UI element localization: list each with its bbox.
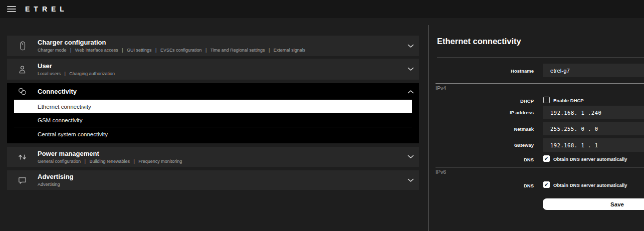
divider	[437, 58, 644, 58]
section-subtitle: Local users | Charging authorization	[38, 71, 404, 76]
divider	[436, 83, 644, 84]
top-bar: ETREL	[0, 0, 644, 18]
ipv6-section-label: IPv6	[436, 169, 446, 175]
ipv4-dns-label: DNS	[437, 157, 534, 162]
ipv4-obtain-dns-checkbox[interactable]	[543, 155, 550, 162]
chevron-down-icon[interactable]	[404, 44, 417, 48]
hamburger-bar	[7, 11, 16, 12]
section-subtitle: General configuration | Building renewab…	[38, 159, 404, 164]
divider	[436, 167, 644, 167]
section-title: Advertising	[38, 173, 404, 180]
link-icon	[7, 87, 38, 96]
speech-bubble-icon	[7, 176, 38, 185]
ipv6-obtain-dns-checkbox-label: Obtain DNS server automatically	[553, 182, 627, 188]
hostname-input[interactable]: etrel-g7	[543, 64, 644, 77]
chevron-down-icon[interactable]	[404, 155, 417, 159]
ipv6-obtain-dns-checkbox[interactable]	[543, 181, 550, 188]
netmask-label: Netmask	[437, 126, 534, 132]
settings-sidebar: Charger configuration Charger mode | Web…	[7, 36, 419, 190]
save-button[interactable]: Save	[543, 198, 644, 210]
section-title: Power management	[38, 150, 404, 157]
hostname-label: Hostname	[437, 68, 534, 74]
sidebar-section-connectivity: Connectivity Ethernet connectivity GSM c…	[7, 83, 419, 143]
chevron-down-icon[interactable]	[404, 67, 417, 71]
sidebar-item-central-system-connectivity[interactable]: Central system connectivity	[14, 127, 412, 141]
sidebar-item-ethernet-connectivity[interactable]: Ethernet connectivity	[14, 100, 412, 113]
ipv4-obtain-dns-checkbox-label: Obtain DNS server automatically	[553, 156, 627, 162]
sidebar-item-gsm-connectivity[interactable]: GSM connectivity	[14, 113, 412, 127]
chevron-up-icon[interactable]	[404, 90, 417, 94]
hamburger-menu-icon[interactable]	[7, 6, 16, 14]
section-title: User	[38, 63, 404, 70]
sidebar-section-charger-configuration[interactable]: Charger configuration Charger mode | Web…	[7, 36, 419, 56]
sidebar-section-user[interactable]: User Local users | Charging authorizatio…	[7, 59, 419, 80]
ipv4-section-label: IPv4	[436, 85, 446, 91]
section-subtitle: Advertising	[38, 182, 404, 187]
ip-address-label: IP address	[437, 110, 534, 115]
hamburger-bar	[7, 9, 16, 10]
dhcp-label: DHCP	[437, 98, 534, 104]
connectivity-section-header[interactable]: Connectivity	[7, 83, 419, 100]
section-title: Connectivity	[38, 88, 404, 95]
page-title: Ethernet connectivity	[437, 37, 521, 46]
ip-address-input[interactable]: 192.168. 1 .240	[543, 106, 644, 119]
section-subtitle: Charger mode | Web interface access | GU…	[38, 48, 404, 53]
enable-dhcp-checkbox-label: Enable DHCP	[553, 98, 584, 103]
panel-divider	[428, 25, 429, 231]
section-title: Charger configuration	[38, 39, 404, 46]
user-icon	[7, 65, 38, 74]
charger-icon	[7, 41, 38, 52]
sidebar-section-power-management[interactable]: Power management General configuration |…	[7, 147, 419, 167]
netmask-input[interactable]: 255.255. 0 . 0	[543, 122, 644, 135]
sidebar-section-advertising[interactable]: Advertising Advertising	[7, 170, 419, 190]
hamburger-bar	[7, 6, 16, 7]
power-arrows-icon	[7, 153, 38, 161]
chevron-down-icon[interactable]	[404, 178, 417, 182]
gateway-label: Gateway	[437, 142, 534, 148]
gateway-input[interactable]: 192.168. 1 . 1	[543, 138, 644, 152]
ipv6-dns-label: DNS	[437, 183, 534, 188]
etrel-logo: ETREL	[25, 5, 68, 13]
enable-dhcp-checkbox[interactable]	[543, 97, 550, 103]
